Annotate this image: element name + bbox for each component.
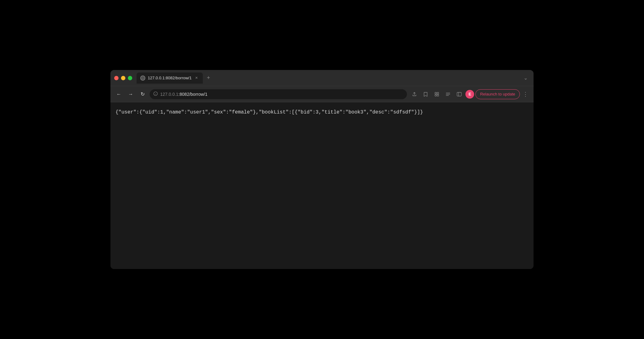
svg-rect-8 — [437, 95, 439, 96]
address-host: 127.0.0.1 — [160, 92, 178, 97]
browser-window: 127.0.0.1:8082/borrow/1 ✕ + ⌄ ← → ↻ i 12… — [110, 70, 534, 269]
traffic-lights — [114, 76, 132, 80]
close-button[interactable] — [114, 76, 119, 80]
tab-close-button[interactable]: ✕ — [194, 76, 199, 81]
maximize-button[interactable] — [128, 76, 132, 80]
svg-rect-6 — [437, 92, 439, 94]
reload-button[interactable]: ↻ — [138, 90, 147, 99]
bookmark-button[interactable] — [421, 89, 431, 99]
title-bar: 127.0.0.1:8082/borrow/1 ✕ + ⌄ — [110, 70, 534, 86]
tabs-container: 127.0.0.1:8082/borrow/1 ✕ + — [137, 72, 518, 84]
address-text: 127.0.0.1:8082/borrow/1 — [160, 92, 403, 97]
tab-title: 127.0.0.1:8082/borrow/1 — [148, 76, 192, 80]
security-icon: i — [153, 91, 158, 97]
profile-button[interactable]: E — [465, 90, 474, 99]
reading-list-button[interactable] — [443, 89, 453, 99]
page-content: {"user":{"uid":1,"name":"user1","sex":"f… — [110, 102, 534, 269]
more-options-button[interactable]: ⋮ — [521, 90, 530, 99]
svg-text:i: i — [155, 93, 156, 95]
extensions-button[interactable] — [432, 89, 442, 99]
svg-rect-12 — [457, 92, 461, 96]
address-bar[interactable]: i 127.0.0.1:8082/borrow/1 — [150, 89, 407, 99]
json-response: {"user":{"uid":1,"name":"user1","sex":"f… — [115, 109, 529, 117]
minimize-button[interactable] — [121, 76, 125, 80]
relaunch-label: Relaunch to update — [480, 92, 515, 96]
share-button[interactable] — [409, 89, 419, 99]
forward-button[interactable]: → — [126, 90, 135, 99]
toolbar-icons: E Relaunch to update ⋮ — [409, 89, 530, 99]
back-button[interactable]: ← — [114, 90, 124, 99]
relaunch-button[interactable]: Relaunch to update — [475, 89, 520, 99]
tab-favicon — [140, 76, 145, 81]
nav-bar: ← → ↻ i 127.0.0.1:8082/borrow/1 — [110, 86, 534, 102]
new-tab-button[interactable]: + — [204, 74, 213, 82]
svg-rect-5 — [435, 92, 436, 94]
active-tab[interactable]: 127.0.0.1:8082/borrow/1 ✕ — [137, 72, 203, 84]
svg-rect-7 — [435, 95, 436, 96]
sidebar-button[interactable] — [454, 89, 464, 99]
tab-menu-button[interactable]: ⌄ — [521, 74, 530, 82]
address-path: :8082/borrow/1 — [178, 92, 207, 97]
